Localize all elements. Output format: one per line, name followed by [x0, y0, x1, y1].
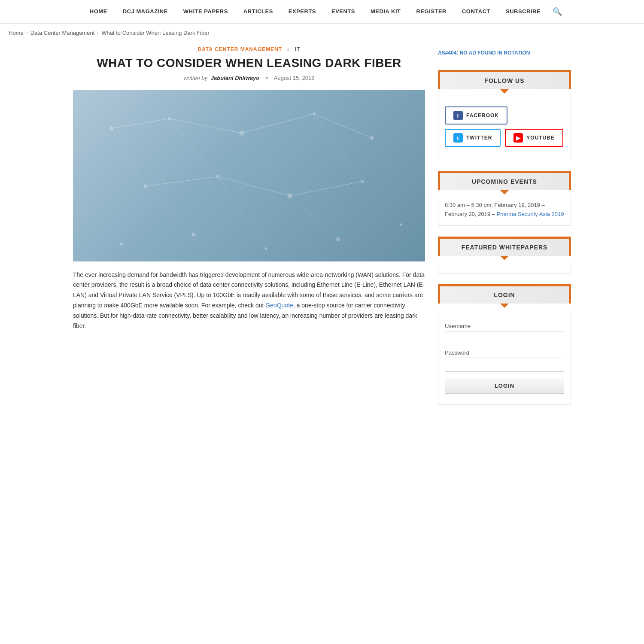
nav-link-experts[interactable]: EXPERTS: [281, 0, 324, 23]
youtube-icon: ▶: [513, 133, 523, 143]
event-item: 8:30 am – 5:30 pm, February 19, 2019 – F…: [445, 201, 564, 219]
youtube-button[interactable]: ▶ YOUTUBE: [505, 129, 563, 147]
event-link[interactable]: Pharma Security Asia 2019: [497, 211, 564, 217]
svg-point-13: [399, 223, 402, 226]
nav-item-contact[interactable]: CONTACT: [454, 0, 498, 23]
svg-line-22: [170, 118, 218, 176]
ad-widget: AS#404: NO AD FOUND IN ROTATION: [438, 46, 571, 59]
events-body: 8:30 am – 5:30 pm, February 19, 2019 – F…: [438, 194, 571, 226]
nav-link-whitepapers[interactable]: WHITE PAPERS: [176, 0, 236, 23]
twitter-icon: t: [453, 133, 463, 143]
nav-item-home[interactable]: HOME: [82, 0, 115, 23]
nav-item-register[interactable]: REGISTER: [408, 0, 454, 23]
nav-link-register[interactable]: REGISTER: [408, 0, 454, 23]
youtube-label: YOUTUBE: [526, 135, 555, 141]
svg-point-9: [120, 243, 123, 246]
article-meta: written by Jabulani Dhliwayo ✦ August 15…: [73, 75, 425, 81]
geoquote-link[interactable]: GeoQuote: [265, 302, 293, 309]
breadcrumb: Home › Data Center Management › What to …: [0, 24, 644, 42]
svg-point-4: [370, 136, 374, 140]
written-by-label: written by: [184, 75, 208, 81]
nav-link-articles[interactable]: ARTICLES: [236, 0, 281, 23]
nav-item-subscribe[interactable]: SUBSCRIBE: [498, 0, 548, 23]
breadcrumb-home[interactable]: Home: [9, 30, 24, 36]
nav-item-dcj[interactable]: DCJ MAGAZINE: [115, 0, 176, 23]
svg-line-15: [170, 118, 242, 133]
nav-list: HOME DCJ MAGAZINE WHITE PAPERS ARTICLES …: [82, 0, 548, 23]
facebook-icon: f: [453, 111, 463, 120]
nav-link-events[interactable]: EVENTS: [324, 0, 363, 23]
article-body: The ever increasing demand for bandwidth…: [73, 270, 425, 331]
breadcrumb-sep-2: ›: [97, 30, 99, 36]
article-title: WHAT TO CONSIDER WHEN LEASING DARK FIBER: [73, 56, 425, 70]
category-2: IT: [295, 46, 301, 52]
svg-line-16: [242, 114, 314, 133]
twitter-label: TWITTER: [466, 135, 492, 141]
facebook-label: FACEBOOK: [466, 112, 499, 118]
social-buttons: f FACEBOOK t TWITTER ▶ YOUTUBE: [445, 100, 564, 153]
nav-item-mediakit[interactable]: MEDIA KIT: [363, 0, 408, 23]
events-arrow: [500, 190, 509, 194]
follow-us-widget: FOLLOW US f FACEBOOK t TWITTER ▶ YOUTUBE: [438, 70, 571, 160]
events-header: UPCOMING EVENTS: [438, 171, 571, 190]
whitepapers-arrow: [500, 256, 509, 260]
svg-line-18: [145, 176, 217, 186]
main-content: DATA CENTER MANAGEMENT ◇ IT WHAT TO CONS…: [73, 46, 425, 416]
nav-link-mediakit[interactable]: MEDIA KIT: [363, 0, 408, 23]
login-form: Username Password LOGIN: [445, 314, 564, 398]
breadcrumb-section[interactable]: Data Center Management: [30, 30, 95, 36]
article-date: August 15, 2018: [274, 75, 315, 81]
nav-item-whitepapers[interactable]: WHITE PAPERS: [176, 0, 236, 23]
login-arrow: [500, 304, 509, 308]
article-image: [73, 90, 425, 261]
nav-item-experts[interactable]: EXPERTS: [281, 0, 324, 23]
nav-item-articles[interactable]: ARTICLES: [236, 0, 281, 23]
upcoming-events-widget: UPCOMING EVENTS 8:30 am – 5:30 pm, Febru…: [438, 171, 571, 226]
whitepapers-body: [438, 260, 571, 273]
facebook-button[interactable]: f FACEBOOK: [445, 106, 507, 125]
login-body: Username Password LOGIN: [438, 308, 571, 405]
nav-link-contact[interactable]: CONTACT: [454, 0, 498, 23]
search-icon[interactable]: 🔍: [553, 7, 562, 16]
breadcrumb-sep-1: ›: [26, 30, 28, 36]
follow-us-arrow: [500, 89, 509, 94]
nav-link-home[interactable]: HOME: [82, 0, 115, 23]
main-nav: HOME DCJ MAGAZINE WHITE PAPERS ARTICLES …: [0, 0, 644, 24]
login-widget: LOGIN Username Password LOGIN: [438, 284, 571, 405]
nav-link-dcj[interactable]: DCJ MAGAZINE: [115, 0, 176, 23]
follow-us-body: f FACEBOOK t TWITTER ▶ YOUTUBE: [438, 94, 571, 160]
category-link[interactable]: DATA CENTER MANAGEMENT: [198, 46, 282, 52]
ad-notice-text: AS#404: NO AD FOUND IN ROTATION: [438, 46, 571, 59]
svg-line-20: [290, 181, 362, 196]
twitter-button[interactable]: t TWITTER: [445, 129, 501, 147]
meta-sep: ✦: [264, 75, 269, 81]
username-label: Username: [445, 323, 564, 329]
breadcrumb-current: What to Consider When Leasing Dark Fiber: [101, 30, 209, 36]
nav-link-subscribe[interactable]: SUBSCRIBE: [498, 0, 548, 23]
login-button[interactable]: LOGIN: [445, 378, 564, 394]
sidebar: AS#404: NO AD FOUND IN ROTATION FOLLOW U…: [438, 46, 571, 416]
svg-line-27: [290, 196, 338, 239]
password-label: Password: [445, 349, 564, 356]
svg-line-25: [145, 186, 193, 234]
password-input[interactable]: [445, 358, 564, 372]
svg-line-23: [242, 133, 290, 196]
article-categories: DATA CENTER MANAGEMENT ◇ IT: [73, 46, 425, 52]
nav-item-events[interactable]: EVENTS: [324, 0, 363, 23]
whitepapers-widget: FEATURED WHITEPAPERS: [438, 237, 571, 273]
svg-line-21: [112, 128, 146, 186]
username-input[interactable]: [445, 331, 564, 345]
whitepapers-header: FEATURED WHITEPAPERS: [438, 237, 571, 256]
svg-line-14: [112, 118, 170, 128]
category-sep: ◇: [286, 47, 290, 52]
login-header: LOGIN: [438, 284, 571, 304]
follow-us-header: FOLLOW US: [438, 70, 571, 89]
author-name[interactable]: Jabulani Dhliwayo: [211, 75, 259, 81]
